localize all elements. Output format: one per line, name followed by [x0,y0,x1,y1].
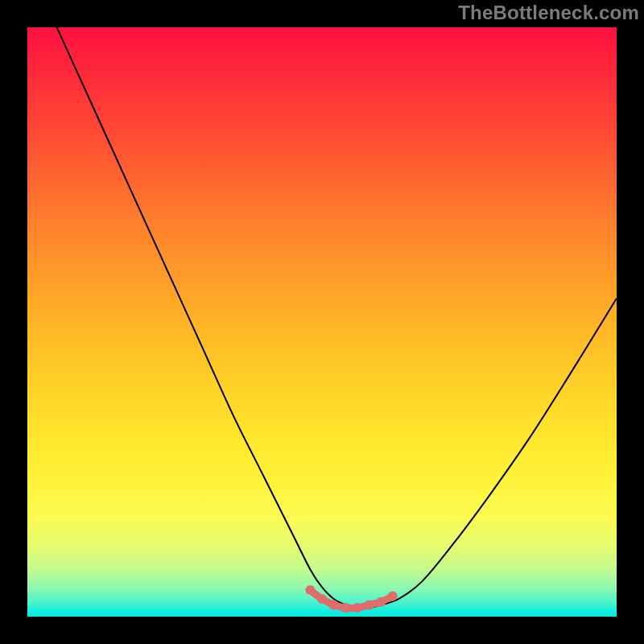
plot-area [27,27,617,617]
watermark-text: TheBottleneck.com [458,2,639,24]
chart-frame: TheBottleneck.com [0,0,644,644]
heat-gradient [27,27,617,617]
